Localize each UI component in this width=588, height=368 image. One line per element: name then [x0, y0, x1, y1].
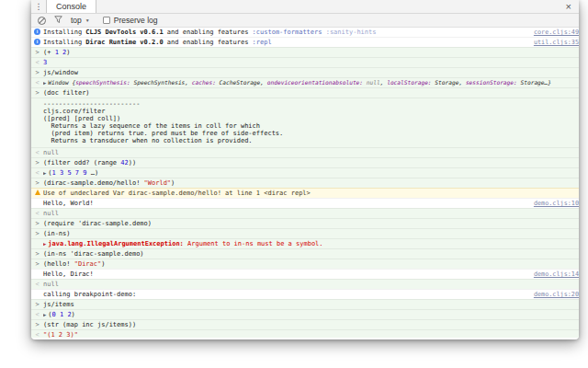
- console-row-out: <null: [31, 279, 579, 289]
- expand-caret-icon[interactable]: ▶: [43, 241, 46, 247]
- console-row-in: >js/items: [31, 299, 579, 309]
- message-content: ▶(0 1 2): [43, 310, 576, 319]
- message-content: calling breakpoint-demo:: [43, 290, 528, 299]
- execution-context-selector[interactable]: top ▼: [71, 16, 90, 25]
- doc-line: -------------------------: [43, 100, 576, 108]
- console-row-out: <3: [31, 57, 579, 67]
- preserve-log-label: Preserve log: [114, 16, 158, 25]
- message-content: (+ 1 2): [43, 48, 576, 57]
- console-row-log: Hello, Dirac!demo.cljs:14: [31, 269, 579, 279]
- console-row-in: >js/window: [31, 67, 579, 77]
- message-content: (in-ns 'dirac-sample.demo): [43, 249, 576, 259]
- source-link[interactable]: util.cljs:35: [528, 38, 579, 47]
- expand-caret-icon[interactable]: ▶: [43, 80, 46, 86]
- kebab-menu-icon[interactable]: ⋮: [31, 0, 46, 13]
- doc-line: (pred item) returns true. pred must be f…: [43, 130, 576, 137]
- prompt-chevron: >: [31, 259, 43, 269]
- execution-context-value: top: [71, 16, 82, 25]
- output-arrow: <: [31, 280, 43, 289]
- message-content: (in-ns): [43, 229, 576, 238]
- console-row-out: <null: [31, 208, 579, 218]
- console-row-out: <▶Window {speechSynthesis: SpeechSynthes…: [31, 77, 579, 87]
- message-content: 3: [43, 58, 576, 67]
- console-row-block: -------------------------cljs.core/filte…: [31, 98, 579, 147]
- console-row-log: Hello, World!demo.cljs:10: [31, 198, 579, 208]
- doc-line: cljs.core/filter: [43, 108, 576, 115]
- source-link[interactable]: core.cljs:49: [528, 28, 579, 37]
- prompt-chevron: >: [31, 158, 43, 167]
- prompt-chevron: >: [31, 320, 43, 329]
- chevron-down-icon: ▼: [85, 17, 90, 23]
- console-row-error: ▶java.lang.IllegalArgumentException: Arg…: [31, 238, 579, 248]
- info-icon: i: [34, 39, 40, 45]
- prompt-chevron: >: [31, 48, 43, 57]
- console-row-out: <null: [31, 147, 579, 157]
- output-arrow: <: [31, 330, 43, 338]
- console-toolbar: top ▼ Preserve log: [31, 14, 579, 28]
- expand-caret-icon[interactable]: ▶: [43, 170, 46, 176]
- preserve-log-checkbox[interactable]: [103, 17, 110, 24]
- message-content: js/window: [43, 68, 576, 77]
- message-content: (filter odd? (range 42)): [43, 158, 576, 167]
- prompt-chevron: >: [31, 68, 43, 77]
- message-content: (dirac-sample.demo/hello! "World"): [43, 178, 576, 188]
- filter-icon[interactable]: [54, 16, 62, 26]
- expand-caret-icon[interactable]: ▶: [43, 312, 46, 317]
- message-content: ▶(1 3 5 7 9 …): [43, 168, 576, 178]
- warning-icon: [35, 190, 40, 195]
- info-icon: i: [31, 28, 43, 37]
- output-arrow: <: [31, 148, 43, 157]
- doc-line: Returns a lazy sequence of the items in …: [43, 122, 576, 130]
- prompt-chevron: >: [31, 249, 43, 259]
- close-icon[interactable]: ×: [566, 0, 571, 13]
- message-content: Installing CLJS DevTools v0.6.1 and enab…: [43, 28, 528, 37]
- console-row-in: >(require 'dirac-sample.demo): [31, 218, 579, 228]
- prompt-chevron: >: [31, 229, 43, 238]
- message-content: (hello! "Dirac"): [43, 259, 576, 269]
- message-content: -------------------------cljs.core/filte…: [43, 98, 576, 147]
- message-content: (require 'dirac-sample.demo): [43, 219, 576, 228]
- console-row-in: >(filter odd? (range 42)): [31, 157, 579, 167]
- message-content: ▶Window {speechSynthesis: SpeechSynthesi…: [43, 78, 576, 87]
- source-link[interactable]: demo.cljs:14: [528, 270, 579, 279]
- message-content: Hello, World!: [43, 199, 528, 208]
- devtools-window: ⋮ Console × top ▼ Preserve log iInstalli…: [31, 0, 579, 339]
- info-icon: i: [34, 29, 40, 35]
- output-arrow: <: [31, 310, 43, 319]
- doc-line: Returns a transducer when no collection …: [43, 137, 576, 144]
- prompt-chevron: >: [31, 178, 43, 188]
- message-content: null: [43, 148, 576, 157]
- message-content: (str (map inc js/items)): [43, 320, 576, 329]
- console-row-out: <▶(1 3 5 7 9 …): [31, 167, 579, 178]
- tab-bar: ⋮ Console ×: [31, 0, 579, 14]
- console-row-info: iInstalling Dirac Runtime v0.2.0 and ena…: [31, 37, 579, 47]
- console-row-warn: Use of undeclared Var dirac-sample.demo/…: [31, 188, 579, 198]
- output-arrow: <: [31, 168, 43, 178]
- prompt-chevron: >: [31, 300, 43, 309]
- source-link[interactable]: demo.cljs:10: [528, 199, 579, 208]
- info-icon: i: [31, 38, 43, 47]
- console-row-in: >(hello! "Dirac"): [31, 259, 579, 269]
- message-content: (doc filter): [43, 88, 576, 98]
- message-content: Use of undeclared Var dirac-sample.demo/…: [43, 189, 576, 198]
- output-arrow: <: [31, 58, 43, 67]
- prompt-chevron: >: [31, 219, 43, 228]
- message-content: null: [43, 280, 576, 289]
- console-row-in: >(str (map inc js/items)): [31, 319, 579, 329]
- console-row-log: calling breakpoint-demo:demo.cljs:20: [31, 289, 579, 299]
- message-content: js/items: [43, 300, 576, 309]
- console-row-in: >(in-ns): [31, 228, 579, 238]
- console-row-out: <▶(0 1 2): [31, 309, 579, 319]
- output-arrow: <: [31, 209, 43, 218]
- tab-console[interactable]: Console: [46, 0, 96, 13]
- source-link[interactable]: demo.cljs:20: [528, 290, 579, 299]
- console-messages[interactable]: iInstalling CLJS DevTools v0.6.1 and ena…: [31, 28, 579, 338]
- output-arrow: <: [31, 78, 43, 87]
- console-row-in: >(in-ns 'dirac-sample.demo): [31, 248, 579, 259]
- console-row-info: iInstalling CLJS DevTools v0.6.1 and ena…: [31, 28, 579, 37]
- message-content: ▶java.lang.IllegalArgumentException: Arg…: [43, 239, 576, 248]
- message-content: null: [43, 209, 576, 218]
- message-content: "(1 2 3)": [43, 330, 576, 338]
- message-content: Hello, Dirac!: [43, 270, 528, 279]
- clear-console-icon[interactable]: [38, 17, 46, 25]
